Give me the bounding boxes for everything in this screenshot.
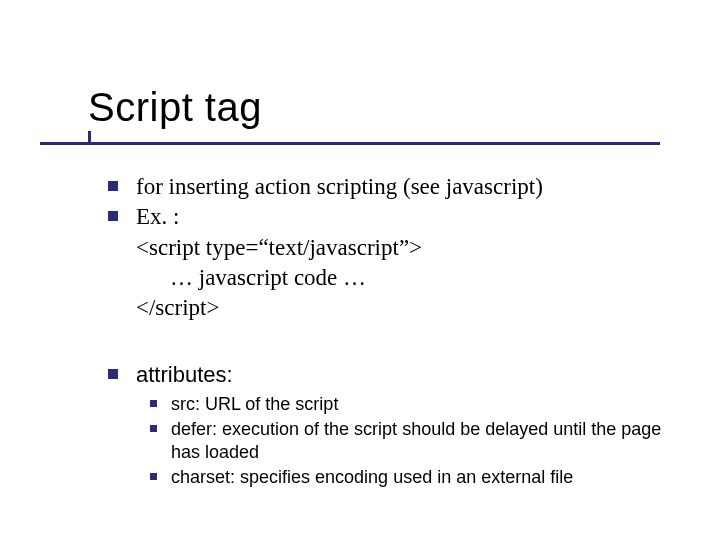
square-bullet-icon xyxy=(108,369,118,379)
code-text: … javascript code … xyxy=(170,263,366,293)
sub-bullet-text: charset: specifies encoding used in an e… xyxy=(171,466,573,489)
bullet-text: for inserting action scripting (see java… xyxy=(136,172,543,202)
square-bullet-icon xyxy=(150,473,157,480)
code-line: </script> xyxy=(136,293,668,323)
code-line: <script type=“text/javascript”> xyxy=(136,233,668,263)
square-bullet-icon xyxy=(150,400,157,407)
slide: Script tag for inserting action scriptin… xyxy=(0,0,720,540)
slide-title: Script tag xyxy=(88,85,262,129)
sub-bullet-text: defer: execution of the script should be… xyxy=(171,418,668,464)
spacer xyxy=(108,324,668,360)
square-bullet-icon xyxy=(108,181,118,191)
title-block: Script tag xyxy=(88,85,262,130)
square-bullet-icon xyxy=(150,425,157,432)
sub-list: src: URL of the script defer: execution … xyxy=(150,393,668,489)
code-text: </script> xyxy=(136,293,219,323)
square-bullet-icon xyxy=(108,211,118,221)
sub-bullet-item: charset: specifies encoding used in an e… xyxy=(150,466,668,489)
bullet-item: Ex. : xyxy=(108,202,668,232)
bullet-item: for inserting action scripting (see java… xyxy=(108,172,668,202)
code-text: <script type=“text/javascript”> xyxy=(136,233,422,263)
title-underline xyxy=(40,142,660,145)
code-line: … javascript code … xyxy=(170,263,668,293)
sub-bullet-text: src: URL of the script xyxy=(171,393,338,416)
bullet-text: attributes: xyxy=(136,360,233,389)
bullet-item: attributes: xyxy=(108,360,668,389)
sub-bullet-item: src: URL of the script xyxy=(150,393,668,416)
bullet-text: Ex. : xyxy=(136,202,179,232)
sub-bullet-item: defer: execution of the script should be… xyxy=(150,418,668,464)
content-area: for inserting action scripting (see java… xyxy=(108,172,668,491)
